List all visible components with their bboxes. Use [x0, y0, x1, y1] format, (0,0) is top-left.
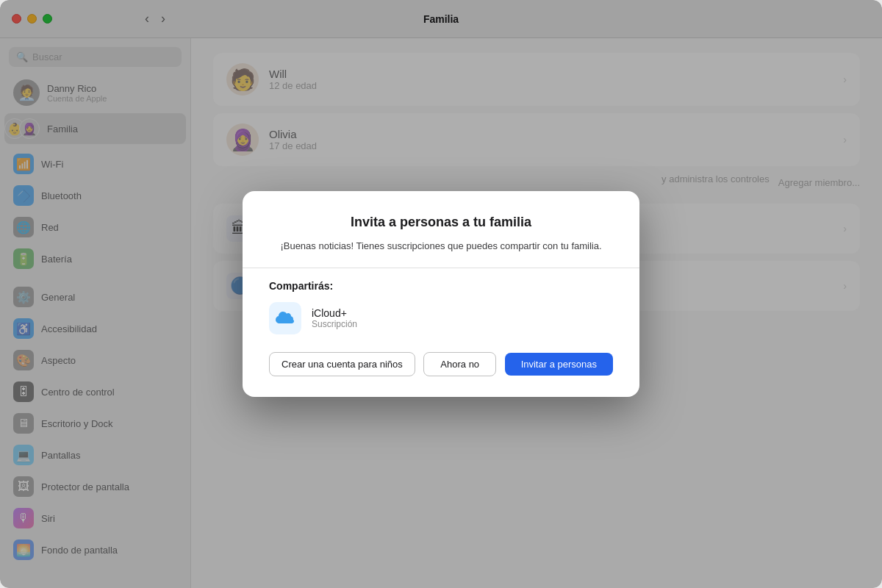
icloud-text: iCloud+ Suscripción [312, 307, 357, 329]
main-window: ‹ › Familia 🔍 Buscar 🧑‍💼 Danny Rico Cuen… [0, 0, 882, 588]
modal-section-label: Compartirás: [269, 280, 613, 292]
icloud-subtitle: Suscripción [312, 319, 357, 329]
modal-overlay: Invita a personas a tu familia ¡Buenas n… [0, 0, 882, 588]
modal-actions: Crear una cuenta para niños Ahora no Inv… [269, 352, 613, 376]
create-account-button[interactable]: Crear una cuenta para niños [269, 352, 415, 376]
icloud-name: iCloud+ [312, 307, 357, 319]
icloud-icon [269, 302, 301, 334]
modal-dialog: Invita a personas a tu familia ¡Buenas n… [243, 191, 639, 398]
modal-item-icloud: iCloud+ Suscripción [269, 302, 613, 334]
invite-button[interactable]: Invitar a personas [505, 353, 613, 376]
not-now-button[interactable]: Ahora no [423, 352, 496, 376]
modal-subtitle: ¡Buenas noticias! Tienes suscripciones q… [269, 239, 613, 254]
modal-divider [243, 268, 639, 268]
modal-title: Invita a personas a tu familia [269, 215, 613, 230]
